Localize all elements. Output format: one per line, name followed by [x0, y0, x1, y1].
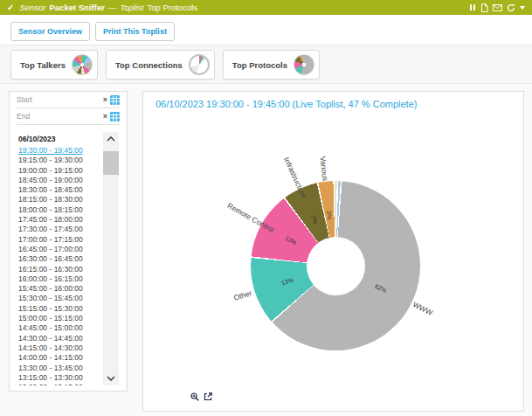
- sensor-overview-button[interactable]: Sensor Overview: [10, 22, 90, 41]
- status-ok-icon: ✓: [7, 3, 14, 12]
- print-toplist-button[interactable]: Print This Toplist: [95, 22, 175, 41]
- interval-item[interactable]: 18:00:00 - 18:15:00: [18, 205, 110, 215]
- slice-name-label: Other: [232, 288, 252, 302]
- interval-item[interactable]: 17:00:00 - 17:15:00: [18, 235, 110, 245]
- interval-list: 06/10/2023 19:30:00 - 19:45:0019:15:00 -…: [18, 132, 110, 385]
- interval-item[interactable]: 19:15:00 - 19:30:00: [18, 156, 110, 165]
- interval-item[interactable]: 16:30:00 - 16:45:00: [18, 254, 110, 264]
- interval-item[interactable]: 16:45:00 - 17:00:00: [18, 245, 110, 254]
- interval-item[interactable]: 18:45:00 - 19:00:00: [18, 176, 110, 185]
- calendar-icon[interactable]: [110, 95, 120, 105]
- slice-name-label: Various: [319, 156, 330, 182]
- interval-item[interactable]: 13:30:00 - 13:45:00: [18, 364, 110, 373]
- breadcrumb-sensor-name[interactable]: Packet Sniffer: [50, 3, 105, 12]
- calendar-icon[interactable]: [110, 112, 120, 121]
- top-talkers-pie-icon: [72, 54, 93, 75]
- clear-end-icon[interactable]: ×: [103, 113, 107, 121]
- interval-item[interactable]: 18:30:00 - 18:45:00: [18, 185, 110, 195]
- time-range-sidebar: × × 06/10/2023 19:30:00 - 19:45:0019:15:…: [9, 91, 128, 392]
- breadcrumb: ✓ Sensor Packet Sniffer — Toplist Top Pr…: [7, 3, 197, 12]
- sensor-header: ✓ Sensor Packet Sniffer — Toplist Top Pr…: [0, 0, 532, 15]
- interval-item[interactable]: 15:30:00 - 15:45:00: [18, 294, 110, 303]
- toolbar: Sensor Overview Print This Toplist: [10, 22, 175, 41]
- interval-item[interactable]: 13:15:00 - 13:30:00: [18, 373, 110, 383]
- interval-item[interactable]: 19:00:00 - 19:15:00: [18, 166, 110, 176]
- zoom-icon[interactable]: [190, 392, 199, 401]
- email-icon[interactable]: [493, 4, 502, 11]
- interval-scrollbar[interactable]: [103, 132, 119, 385]
- toplist-tab-top-talkers[interactable]: Top Talkers: [10, 50, 98, 80]
- interval-item[interactable]: 14:45:00 - 15:00:00: [18, 323, 110, 333]
- report-icon[interactable]: [480, 3, 488, 12]
- breadcrumb-separator: —: [108, 3, 117, 12]
- interval-item[interactable]: 16:00:00 - 16:15:00: [18, 274, 110, 284]
- toplist-tab-top-connections[interactable]: Top Connections: [106, 50, 215, 80]
- scrollbar-thumb[interactable]: [103, 151, 119, 175]
- slice-name-label: WWW: [411, 301, 434, 318]
- top-connections-pie-icon: [189, 54, 210, 75]
- interval-item[interactable]: 13:00:00 - 13:15:00: [18, 383, 110, 385]
- toplist-chart-panel: 06/10/2023 19:30:00 - 19:45:00 (Live Top…: [142, 91, 524, 412]
- end-date-input[interactable]: [17, 112, 100, 121]
- end-date-row: ×: [17, 108, 120, 125]
- pause-icon[interactable]: [469, 3, 476, 11]
- top-protocols-pie-icon: [294, 54, 314, 75]
- toplist-tab-top-protocols[interactable]: Top Protocols: [223, 50, 320, 80]
- slice-percent-label: 3%: [326, 211, 333, 220]
- toplist-tab-label: Top Connections: [115, 60, 183, 70]
- clear-start-icon[interactable]: ×: [103, 96, 107, 104]
- interval-item[interactable]: 17:45:00 - 18:00:00: [18, 215, 110, 225]
- breadcrumb-sensor-label: Sensor: [19, 3, 45, 12]
- interval-item[interactable]: 15:45:00 - 16:00:00: [18, 284, 110, 294]
- interval-date-header: 06/10/2023: [18, 135, 110, 143]
- donut-hole: [307, 237, 365, 295]
- toplist-tab-label: Top Protocols: [232, 60, 287, 70]
- interval-item[interactable]: 18:15:00 - 18:30:00: [18, 195, 110, 205]
- interval-item[interactable]: 16:15:00 - 16:30:00: [18, 265, 110, 274]
- refresh-icon[interactable]: [507, 3, 515, 12]
- interval-item[interactable]: 15:15:00 - 15:30:00: [18, 304, 110, 314]
- interval-item[interactable]: 14:15:00 - 14:30:00: [18, 343, 110, 353]
- open-new-window-icon[interactable]: [204, 392, 212, 401]
- toplist-tab-label: Top Talkers: [20, 60, 66, 70]
- interval-item[interactable]: 17:30:00 - 17:45:00: [18, 225, 110, 234]
- interval-item[interactable]: 19:30:00 - 19:45:00: [18, 146, 110, 156]
- start-date-input[interactable]: [17, 95, 100, 104]
- refresh-dropdown-caret-icon[interactable]: [520, 6, 525, 10]
- breadcrumb-toplist-name: Top Protocols: [147, 3, 197, 12]
- scroll-up-button[interactable]: [103, 132, 119, 146]
- chart-area: 62%WWW13%Other13%Remote Control7%Infrast…: [143, 92, 525, 413]
- interval-items: 19:30:00 - 19:45:0019:15:00 - 19:30:0019…: [18, 146, 110, 385]
- interval-item[interactable]: 15:00:00 - 15:15:00: [18, 314, 110, 323]
- scroll-down-button[interactable]: [103, 371, 119, 385]
- breadcrumb-toplist-label: Toplist: [120, 3, 143, 12]
- interval-item[interactable]: 14:30:00 - 14:45:00: [18, 334, 110, 343]
- start-date-row: ×: [17, 92, 120, 108]
- interval-item[interactable]: 14:00:00 - 14:15:00: [18, 353, 110, 363]
